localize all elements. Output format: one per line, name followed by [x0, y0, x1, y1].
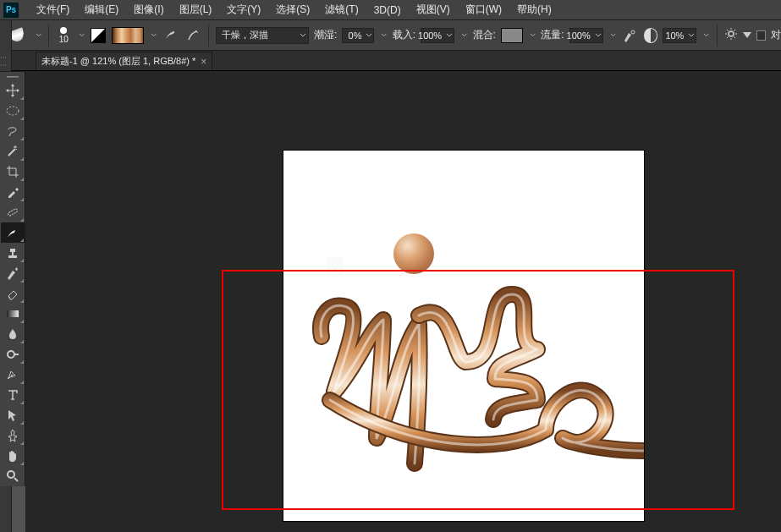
shape-tool[interactable] — [1, 425, 25, 446]
chevron-down-icon[interactable] — [461, 32, 467, 39]
clone-stamp-tool[interactable] — [1, 243, 25, 263]
chevron-down-icon[interactable] — [703, 32, 709, 39]
brush-preset-picker[interactable]: 10 — [56, 27, 72, 44]
menu-bar: Ps 文件(F) 编辑(E) 图像(I) 图层(L) 文字(Y) 选择(S) 滤… — [0, 0, 781, 20]
brush-size-value: 10 — [59, 36, 69, 44]
annotation-highlight-box — [222, 270, 734, 510]
lasso-icon — [5, 123, 20, 139]
svg-point-7 — [11, 375, 13, 376]
gear-icon[interactable] — [724, 27, 738, 43]
mixer-brush-icon — [5, 225, 20, 240]
blur-tool[interactable] — [1, 324, 25, 344]
history-brush-icon — [5, 266, 20, 281]
svg-point-6 — [8, 351, 14, 358]
wet-label: 潮湿: — [314, 28, 337, 42]
stamp-icon — [5, 245, 20, 261]
history-brush-tool[interactable] — [1, 263, 25, 283]
svg-point-2 — [729, 31, 734, 36]
move-tool[interactable] — [1, 80, 25, 101]
move-icon — [5, 83, 20, 98]
toolbox — [0, 71, 25, 486]
menu-view[interactable]: 视图(V) — [409, 0, 458, 20]
gradient-tool[interactable] — [1, 304, 25, 324]
chevron-down-icon[interactable] — [79, 32, 85, 39]
load-brush-icon — [163, 29, 177, 42]
current-color-swatch[interactable] — [112, 27, 143, 44]
chevron-down-icon[interactable] — [151, 32, 157, 39]
dock-handle-icon[interactable]: ⋮⋮ — [0, 54, 8, 69]
hand-icon — [5, 448, 20, 463]
wet-input[interactable]: 0% — [342, 28, 374, 43]
chevron-down-icon[interactable] — [610, 32, 616, 39]
chevron-down-icon[interactable] — [36, 32, 41, 39]
menu-type[interactable]: 文字(Y) — [219, 0, 268, 20]
brush-combo-dropdown[interactable]: 干燥，深描 — [216, 27, 309, 44]
document-tab[interactable]: 未标题-1 @ 121% (图层 1, RGB/8#) * × — [36, 52, 212, 70]
gradient-icon — [5, 306, 20, 321]
sample-all-layers-checkbox[interactable] — [756, 30, 766, 41]
menu-select[interactable]: 选择(S) — [268, 0, 317, 20]
crop-tool[interactable] — [1, 162, 25, 182]
svg-point-3 — [7, 107, 19, 115]
lasso-tool[interactable] — [1, 121, 25, 141]
menu-window[interactable]: 窗口(W) — [458, 0, 509, 20]
menu-layer[interactable]: 图层(L) — [172, 0, 220, 20]
spot-healing-tool[interactable] — [1, 202, 25, 222]
mix-label: 混合: — [473, 28, 496, 42]
pen-icon — [5, 367, 20, 382]
brush-panel-button[interactable] — [90, 26, 107, 45]
zoom-tool[interactable] — [1, 466, 25, 486]
airbrush-icon — [623, 29, 636, 42]
menu-edit[interactable]: 编辑(E) — [77, 0, 126, 20]
menu-3d[interactable]: 3D(D) — [366, 1, 409, 19]
menu-filter[interactable]: 滤镜(T) — [317, 0, 366, 20]
menu-file[interactable]: 文件(F) — [29, 0, 77, 20]
toolbox-grip[interactable] — [0, 74, 25, 80]
path-selection-tool[interactable] — [1, 405, 25, 425]
mixer-brush-tool[interactable] — [1, 222, 25, 243]
flow-label: 流量: — [541, 28, 564, 42]
clean-brush-button[interactable] — [184, 26, 201, 45]
chevron-down-icon[interactable] — [381, 32, 387, 39]
options-bar: 10 干燥，深描 潮湿: 0% 载入: 100% 混合: 流量: — [0, 20, 781, 51]
canvas-area[interactable]: 网 — [25, 71, 781, 532]
quick-selection-tool[interactable] — [1, 141, 25, 162]
clean-brush-icon — [186, 29, 200, 42]
svg-rect-5 — [7, 310, 19, 317]
triangle-down-icon[interactable] — [743, 32, 751, 38]
pen-tool[interactable] — [1, 365, 25, 385]
hand-tool[interactable] — [1, 446, 25, 466]
load-input[interactable]: 100% — [421, 28, 454, 43]
rectangular-marquee-tool[interactable] — [1, 101, 25, 121]
brush-panel-icon — [91, 28, 106, 43]
load-label: 载入: — [393, 28, 415, 42]
type-tool[interactable] — [1, 385, 25, 405]
document-tab-title: 未标题-1 @ 121% (图层 1, RGB/8#) * — [41, 55, 195, 68]
svg-point-0 — [173, 31, 174, 33]
healing-icon — [5, 205, 20, 220]
magic-wand-icon — [5, 144, 20, 159]
load-brush-button[interactable] — [162, 26, 179, 45]
eyedropper-icon — [5, 184, 20, 200]
menu-help[interactable]: 帮助(H) — [509, 0, 559, 20]
flow-input[interactable]: 100% — [569, 28, 603, 43]
eraser-tool[interactable] — [1, 283, 25, 304]
chevron-down-icon[interactable] — [530, 32, 536, 39]
dodge-tool[interactable] — [1, 344, 25, 365]
shape-icon — [5, 428, 20, 443]
crop-icon — [5, 164, 20, 179]
airbrush-button[interactable] — [621, 26, 639, 45]
svg-point-8 — [8, 471, 14, 478]
pressure-opacity-icon[interactable] — [644, 28, 658, 43]
eyedropper-tool[interactable] — [1, 182, 25, 202]
marquee-icon — [5, 103, 20, 118]
mix-swatch[interactable] — [501, 28, 523, 43]
close-icon[interactable]: × — [201, 56, 206, 68]
blur-icon — [5, 326, 20, 342]
dodge-icon — [5, 347, 20, 362]
svg-rect-4 — [7, 208, 17, 216]
menu-image[interactable]: 图像(I) — [126, 0, 171, 20]
app-logo: Ps — [3, 3, 19, 18]
document-tab-bar: 未标题-1 @ 121% (图层 1, RGB/8#) * × — [0, 51, 781, 71]
opacity-input[interactable]: 10% — [663, 28, 696, 43]
